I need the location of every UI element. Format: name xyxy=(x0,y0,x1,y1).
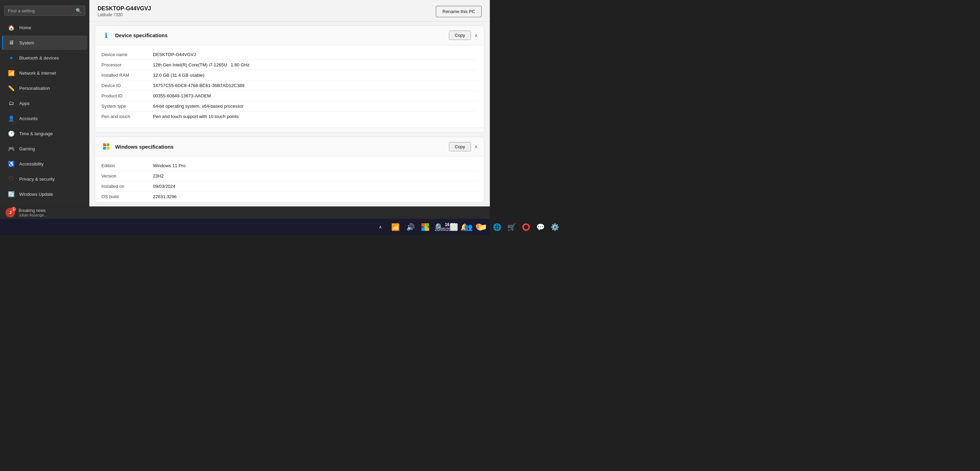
copy-windows-specs-button[interactable]: Copy xyxy=(449,142,471,152)
home-icon: 🏠 xyxy=(8,24,15,31)
spec-value: 14757C55-6DC8-4768-BC61-36B7AD12C389 xyxy=(153,83,244,88)
table-row: Processor 12th Gen Intel(R) Core(TM) i7-… xyxy=(102,60,478,70)
table-row: Version 23H2 xyxy=(102,171,478,181)
spec-value: 00355-60849-13673-AAOEM xyxy=(153,93,211,98)
collapse-windows-specs-icon[interactable]: ∧ xyxy=(474,144,478,149)
pc-name: DESKTOP-G44VGVJ xyxy=(98,5,151,12)
search-taskbar-button[interactable]: 🔍 xyxy=(433,221,446,233)
sidebar-item-label: Windows Update xyxy=(19,192,53,197)
sidebar-item-update[interactable]: 🔄 Windows Update xyxy=(2,187,87,201)
chevron-up-icon[interactable]: ∧ xyxy=(374,221,387,233)
news-subtitle: Julian Assange... xyxy=(19,213,47,217)
sidebar-item-label: Personalisation xyxy=(19,86,50,91)
gaming-icon: 🎮 xyxy=(8,145,15,152)
table-row: Installed RAM 32.0 GB (31.4 GB usable) xyxy=(102,70,478,80)
search-box[interactable]: 🔍 xyxy=(4,5,85,16)
sidebar-item-privacy[interactable]: 🛡 Privacy & security xyxy=(2,172,87,186)
spec-value: DESKTOP-G44VGVJ xyxy=(153,52,196,57)
windows-specs-section: Windows specifications Copy ∧ Edition Wi… xyxy=(95,137,484,202)
sidebar-item-personalisation[interactable]: ✏️ Personalisation xyxy=(2,81,87,95)
device-spec-table: Device name DESKTOP-G44VGVJ Processor 12… xyxy=(95,45,484,128)
sidebar-item-gaming[interactable]: 🎮 Gaming xyxy=(2,141,87,156)
info-icon: ℹ xyxy=(102,30,111,40)
sidebar-item-label: System xyxy=(19,40,34,45)
spec-value: 64-bit operating system, x64-based proce… xyxy=(153,104,244,109)
sidebar-item-label: Privacy & security xyxy=(19,177,55,182)
time-icon: 🕐 xyxy=(8,130,15,137)
news-badge: 1 xyxy=(11,207,16,212)
spec-value: 32.0 GB (31.4 GB usable) xyxy=(153,73,205,78)
sidebar-item-label: Network & internet xyxy=(19,70,56,76)
windows-spec-table: Edition Windows 11 Pro Version 23H2 Inst… xyxy=(95,156,484,202)
sidebar-item-label: Time & language xyxy=(19,131,53,136)
table-row: Installed on 09/03/2024 xyxy=(102,181,478,192)
sidebar-item-label: Accessibility xyxy=(19,161,44,166)
spec-label: Version xyxy=(102,173,153,179)
pc-header: DESKTOP-G44VGVJ Latitude 7330 Rename thi… xyxy=(89,0,490,22)
spec-label: Processor xyxy=(102,62,153,67)
privacy-icon: 🛡 xyxy=(8,175,15,183)
spec-value: Windows 11 Pro xyxy=(153,163,186,168)
pc-model: Latitude 7330 xyxy=(98,13,151,17)
device-specs-header: ℹ Device specifications Copy ∧ xyxy=(95,26,484,45)
spec-label: Device ID xyxy=(102,83,153,88)
advanced-system-settings-link[interactable]: Advanced system settings xyxy=(230,132,282,133)
accounts-icon: 👤 xyxy=(8,115,15,122)
sidebar-item-bluetooth[interactable]: ● Bluetooth & devices xyxy=(2,51,87,65)
accessibility-icon: ♿ xyxy=(8,160,15,168)
sidebar: 🔍 🏠 Home 🖥 System ● Bluetooth & devices … xyxy=(0,0,89,206)
sidebar-item-time[interactable]: 🕐 Time & language xyxy=(2,126,87,141)
spec-value: Pen and touch support with 10 touch poin… xyxy=(153,114,239,119)
system-protection-link[interactable]: System protection xyxy=(186,132,222,133)
sidebar-item-label: Apps xyxy=(19,101,30,106)
collapse-device-specs-icon[interactable]: ∧ xyxy=(474,33,478,38)
search-icon: 🔍 xyxy=(76,8,81,13)
table-row: Pen and touch Pen and touch support with… xyxy=(102,112,478,121)
table-row: Device name DESKTOP-G44VGVJ xyxy=(102,49,478,60)
wifi-icon[interactable]: 📶 xyxy=(390,221,402,233)
table-row: Product ID 00355-60849-13673-AAOEM xyxy=(102,91,478,101)
taskbar-center: 🔍 ⬜ 👥 📁 🌐 🛒 ⭕ 💬 ⚙️ xyxy=(419,221,490,233)
spec-label: Installed RAM xyxy=(102,73,153,78)
start-button[interactable] xyxy=(419,221,431,233)
sidebar-item-accessibility[interactable]: ♿ Accessibility xyxy=(2,156,87,171)
news-title: Breaking news xyxy=(19,208,47,213)
copy-device-specs-button[interactable]: Copy xyxy=(449,30,471,40)
table-row: OS build 22631.3296 xyxy=(102,192,478,201)
windows-logo-icon xyxy=(102,142,111,152)
search-input[interactable] xyxy=(8,8,76,13)
device-specs-section: ℹ Device specifications Copy ∧ Device na… xyxy=(95,26,484,133)
spec-value: 23H2 xyxy=(153,173,164,179)
volume-icon[interactable]: 🔊 xyxy=(404,221,417,233)
bluetooth-icon: ● xyxy=(8,54,15,62)
spec-label: OS build xyxy=(102,194,153,199)
system-icon: 🖥 xyxy=(8,39,15,46)
sidebar-item-system[interactable]: 🖥 System xyxy=(2,35,87,50)
news-bar: J 1 Breaking news Julian Assange... xyxy=(0,206,490,219)
personalisation-icon: ✏️ xyxy=(8,84,15,92)
spec-value: 22631.3296 xyxy=(153,194,177,199)
sidebar-item-apps[interactable]: 🗂 Apps xyxy=(2,96,87,110)
sidebar-item-home[interactable]: 🏠 Home xyxy=(2,20,87,35)
spec-label: Edition xyxy=(102,163,153,168)
file-explorer-button[interactable]: 📁 xyxy=(477,221,489,233)
rename-pc-button[interactable]: Rename this PC xyxy=(436,6,482,17)
sidebar-item-network[interactable]: 📶 Network & internet xyxy=(2,66,87,80)
device-specs-title: Device specifications xyxy=(115,32,168,38)
taskbar: 🔍 ⬜ 👥 📁 🌐 🛒 ⭕ 💬 ⚙️ ∧ 📶 🔊 🔋 16:16 20/05/2… xyxy=(0,219,490,235)
spec-value: 12th Gen Intel(R) Core(TM) i7-1265U 1.80… xyxy=(153,62,250,67)
apps-icon: 🗂 xyxy=(8,99,15,107)
sidebar-item-accounts[interactable]: 👤 Accounts xyxy=(2,111,87,126)
spec-value: 09/03/2024 xyxy=(153,184,175,189)
news-avatar: J 1 xyxy=(5,208,15,217)
windows-specs-title: Windows specifications xyxy=(115,144,173,150)
content-area: DESKTOP-G44VGVJ Latitude 7330 Rename thi… xyxy=(89,0,490,206)
domain-workgroup-link[interactable]: Domain or workgroup xyxy=(135,132,178,133)
taskview-button[interactable]: ⬜ xyxy=(448,221,460,233)
spec-label: Installed on xyxy=(102,184,153,189)
spec-label: System type xyxy=(102,104,153,109)
sidebar-item-label: Accounts xyxy=(19,116,37,121)
sidebar-item-label: Bluetooth & devices xyxy=(19,55,59,61)
windows-specs-header: Windows specifications Copy ∧ xyxy=(95,137,484,156)
teams-button[interactable]: 👥 xyxy=(462,221,475,233)
